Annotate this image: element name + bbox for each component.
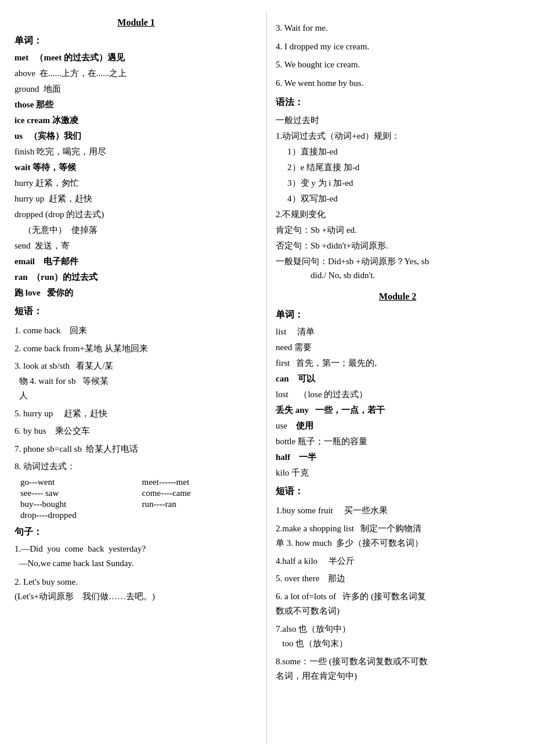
vocab-item: 跑 love 爱你的 <box>15 286 258 300</box>
grammar-item: 3）变 y 为 i 加-ed <box>276 176 519 190</box>
phrase-list: 1. come back 回来 2. come back from+某地 从某地… <box>15 323 258 474</box>
vocab-item: above 在......上方，在......之上 <box>15 66 258 80</box>
vocab-item: dropped (drop 的过去式) <box>15 207 258 221</box>
vocab-item: ice cream 冰激凌 <box>15 113 258 127</box>
module1-title: Module 1 <box>15 17 258 28</box>
phrase-item: 6. a lot of=lots of 许多的 (接可数名词复数或不可数名词) <box>276 589 519 619</box>
sentence-item: 6. We went home by bus. <box>276 76 519 91</box>
vocab-item: ground 地面 <box>15 82 258 96</box>
vocab2-list: list 清单 need 需要 first 首先，第一；最先的, can 可以 … <box>276 325 519 480</box>
vocab-item: need 需要 <box>276 340 519 354</box>
grammar-title: 语法： <box>276 96 519 109</box>
phrase2-list: 1.buy some fruit 买一些水果 2.make a shopping… <box>276 503 519 684</box>
vocab-item: lost （lose 的过去式） <box>276 387 519 401</box>
phrase2-title: 短语： <box>276 485 519 498</box>
vocab-item: kilo 千克 <box>276 466 519 480</box>
sentence-item: 2. Let's buy some. (Let's+动词原形 我们做……去吧。) <box>15 575 258 604</box>
phrase-item: 3. look at sb/sth 看某人/某 物 4. wait for sb… <box>15 359 258 404</box>
phrase-item: 1.buy some fruit 买一些水果 <box>276 503 519 519</box>
phrase-item: 2.make a shopping list 制定一个购物清单 3. how m… <box>276 521 519 551</box>
phrase-item: 8.some：一些 (接可数名词复数或不可数名词，用在肯定句中) <box>276 654 519 684</box>
vocab-item: half 一半 <box>276 450 519 464</box>
vocab-item: use 使用 <box>276 419 519 433</box>
vocab2-title: 单词： <box>276 309 519 321</box>
vocab-item: （无意中） 使掉落 <box>15 223 258 237</box>
grammar-item: 2）e 结尾直接 加-d <box>276 160 519 174</box>
vocab-item: 丢失 any 一些，一点，若干 <box>276 403 519 417</box>
vocab-item: bottle 瓶子；一瓶的容量 <box>276 434 519 448</box>
phrase-item: 8. 动词过去式： <box>15 459 258 474</box>
vocab-list: met （meet 的过去式）遇见 above 在......上方，在.....… <box>15 51 258 300</box>
phrase-item: 1. come back 回来 <box>15 323 258 339</box>
grammar-item: 4）双写加-ed <box>276 192 519 206</box>
vocab-item: met （meet 的过去式）遇见 <box>15 51 258 64</box>
vocab-item: wait 等待，等候 <box>15 160 258 174</box>
left-column: Module 1 单词： met （meet 的过去式）遇见 above 在..… <box>6 12 267 744</box>
grammar-item: 肯定句：Sb +动词 ed. <box>276 223 519 237</box>
vocab-item: us （宾格）我们 <box>15 129 258 143</box>
grammar-item: 否定句：Sb +didn't+动词原形. <box>276 239 519 253</box>
top-sentences: 3. Wait for me. 4. I dropped my ice crea… <box>276 21 519 91</box>
vocab-item: those 那些 <box>15 98 258 111</box>
right-column: 3. Wait for me. 4. I dropped my ice crea… <box>267 12 528 744</box>
grammar-item: 一般过去时 <box>276 113 519 127</box>
vocab-item: hurry up 赶紧，赶快 <box>15 192 258 206</box>
vocab-item: finish 吃完，喝完，用尽 <box>15 145 258 159</box>
grammar-section: 一般过去时 1.动词过去式（动词+ed）规则： 1）直接加-ed 2）e 结尾直… <box>276 113 519 282</box>
phrase-title: 短语： <box>15 305 258 318</box>
sentence-item: 1.—Did you come back yesterday? —No,we c… <box>15 542 258 571</box>
grammar-item: 1.动词过去式（动词+ed）规则： <box>276 129 519 143</box>
vocab-title: 单词： <box>15 35 258 47</box>
verb-table: go---went meet------met see---- saw come… <box>20 477 258 520</box>
phrase-item: 5. over there 那边 <box>276 571 519 586</box>
grammar-item: 一般疑问句：Did+sb +动词原形？Yes, sb did./ No, sb … <box>276 254 519 282</box>
grammar-item: 1）直接加-ed <box>276 145 519 159</box>
module2-title: Module 2 <box>276 291 519 302</box>
vocab-item: email 电子邮件 <box>15 254 258 268</box>
sentence-item: 5. We bought ice cream. <box>276 57 519 73</box>
vocab-item: can 可以 <box>276 372 519 386</box>
sentence-title: 句子： <box>15 526 258 538</box>
phrase-item: 5. hurry up 赶紧，赶快 <box>15 406 258 422</box>
phrase-item: 7.also 也（放句中） too 也（放句末） <box>276 622 519 651</box>
vocab-item: ran （run）的过去式 <box>15 270 258 284</box>
vocab-item: first 首先，第一；最先的, <box>276 356 519 370</box>
sentence-list: 1.—Did you come back yesterday? —No,we c… <box>15 542 258 604</box>
phrase-item: 4.half a kilo 半公斤 <box>276 554 519 569</box>
phrase-item: 6. by bus 乘公交车 <box>15 424 258 439</box>
vocab-item: list 清单 <box>276 325 519 339</box>
sentence-item: 4. I dropped my ice cream. <box>276 39 519 55</box>
sentence-item: 3. Wait for me. <box>276 21 519 36</box>
phrase-item: 7. phone sb=call sb 给某人打电话 <box>15 442 258 457</box>
grammar-item: 2.不规则变化 <box>276 207 519 221</box>
vocab-item: hurry 赶紧，匆忙 <box>15 176 258 190</box>
phrase-item: 2. come back from+某地 从某地回来 <box>15 341 258 357</box>
vocab-item: send 发送，寄 <box>15 239 258 253</box>
